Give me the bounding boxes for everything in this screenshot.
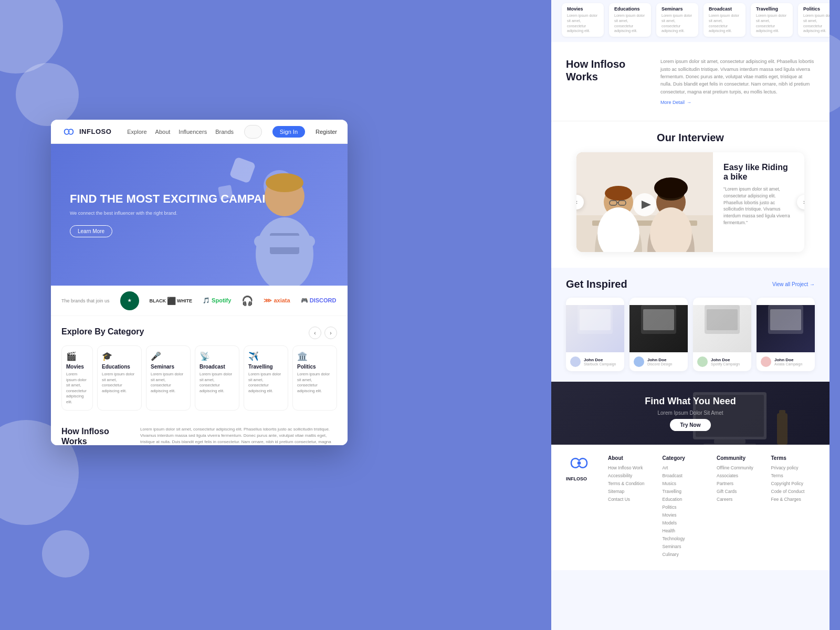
movies-name: Movies [66,364,88,370]
nav-about[interactable]: About [155,129,171,135]
strip-card-educations[interactable]: Educations Lorem ipsum dolor sit amet, c… [609,3,651,37]
category-card-seminars[interactable]: 🎤 Seminars Lorem ipsum dolor sit amet, c… [146,345,191,411]
project-image-2 [629,305,688,352]
educations-icon: 🎓 [102,351,137,361]
interview-image [576,152,713,252]
inspired-section: Get Inspired View all Project → John Doe… [551,268,830,382]
footer-terms-conduct[interactable]: Code of Conduct [771,489,815,494]
svg-point-29 [578,461,581,465]
footer-cat-musics[interactable]: Musics [663,481,707,486]
footer-link-accessibility[interactable]: Accessibility [608,473,652,478]
strip-broadcast-desc: Lorem ipsum dolor sit amet, consectetur … [709,13,740,34]
nav-influencers[interactable]: Influencers [178,129,207,135]
interview-illustration [576,152,713,252]
svg-point-19 [654,177,688,198]
footer-cat-culinary[interactable]: Culinary [663,552,707,557]
bg-blob-4 [42,530,89,578]
hero-cta-button[interactable]: Learn More [70,225,112,237]
nav-explore[interactable]: Explore [127,129,146,135]
footer-cat-movies[interactable]: Movies [663,512,707,518]
category-card-educations[interactable]: 🎓 Educations Lorem ipsum dolor sit amet,… [97,345,142,411]
interview-card: Easy like Riding a bike "Lorem ipsum dol… [576,152,804,252]
svg-point-0 [68,131,70,133]
strip-card-seminars[interactable]: Seminars Lorem ipsum dolor sit amet, con… [656,3,698,37]
project-info-4: John Doe Axiata Campaign [757,352,815,371]
category-prev-button[interactable]: ‹ [309,327,321,339]
category-card-politics[interactable]: 🏛️ Politics Lorem ipsum dolor sit amet, … [292,345,337,411]
travelling-icon: ✈️ [248,351,284,361]
strip-card-movies[interactable]: Movies Lorem ipsum dolor sit amet, conse… [562,3,604,37]
how-works-section-right: How Infloso Works Lorem ipsum dolor sit … [551,42,830,121]
broadcast-icon: 📡 [200,351,235,361]
strip-educations-name: Educations [614,6,646,12]
category-next-button[interactable]: › [324,327,337,339]
footer-category-title: Category [663,455,707,461]
footer-terms-privacy[interactable]: Privacy policy [771,465,815,470]
project-grid: John Doe Starbuck Campaign John Doe Disc… [566,298,815,371]
hero-section: FIND THE MOST EXCITING CAMPAIGN We conne… [51,144,348,286]
category-card-travelling[interactable]: ✈️ Travelling Lorem ipsum dolor sit amet… [244,345,288,411]
project-type-2: Discord Design [647,362,672,366]
find-section: Find What You Need Lorem Ipsum Dolor Sit… [551,382,830,445]
top-strip: Movies Lorem ipsum dolor sit amet, conse… [551,0,830,42]
footer-link-contact[interactable]: Contact Us [608,497,652,502]
project-info-3: John Doe Spotify Campaign [693,352,751,371]
axiata-logo: ⋙ axiata [264,297,290,304]
footer-link-terms-conditions[interactable]: Terms & Condition [608,481,652,486]
footer-comm-offline[interactable]: Offline Community [717,465,761,470]
politics-desc: Lorem ipsum dolor sit amet, consectetur … [297,372,332,394]
discord-logo: 🎮 DISCORD [301,297,337,304]
project-meta-4: John Doe Axiata Campaign [774,358,802,366]
register-button[interactable]: Register [316,129,337,135]
svg-rect-28 [779,410,785,415]
find-cta-button[interactable]: Try Now [670,419,711,431]
project-card-1[interactable]: John Doe Starbuck Campaign [566,298,624,371]
footer-comm-associates[interactable]: Associates [717,473,761,478]
footer-cat-health[interactable]: Health [663,528,707,533]
footer-comm-gift[interactable]: Gift Cards [717,489,761,494]
nav-search[interactable] [244,125,262,139]
category-nav-arrows: ‹ › [309,327,337,339]
footer-link-sitemap[interactable]: Sitemap [608,489,652,494]
footer-cat-travelling[interactable]: Travelling [663,489,707,494]
project-card-3[interactable]: John Doe Spotify Campaign [693,298,751,371]
how-works-content: Lorem ipsum dolor sit amet, consectetur … [140,426,337,445]
strip-card-broadcast[interactable]: Broadcast Lorem ipsum dolor sit amet, co… [704,3,746,37]
inspired-header: Get Inspired View all Project → [566,278,815,290]
interview-wrapper: Easy like Riding a bike "Lorem ipsum dol… [566,152,815,252]
strip-card-travelling[interactable]: Travelling Lorem ipsum dolor sit amet, c… [751,3,793,37]
footer-comm-careers[interactable]: Careers [717,497,761,502]
footer-terms-copyright[interactable]: Copyright Policy [771,481,815,486]
footer-terms-terms[interactable]: Terms [771,473,815,478]
footer-cat-broadcast[interactable]: Broadcast [663,473,707,478]
find-subtitle: Lorem Ipsum Dolor Sit Amet [657,410,723,416]
footer-link-how[interactable]: How Infloso Work [608,465,652,470]
nav-brands[interactable]: Brands [215,129,234,135]
footer-cat-politics[interactable]: Politics [663,505,707,510]
bg-blob-2 [16,63,79,126]
svg-point-3 [266,173,303,192]
strip-card-politics[interactable]: Politics Lorem ipsum dolor sit amet, con… [798,3,830,37]
project-info-1: John Doe Starbuck Campaign [566,352,624,371]
more-detail-right-link[interactable]: More Detail → [660,100,815,105]
seminars-icon: 🎤 [151,351,186,361]
footer-comm-partners[interactable]: Partners [717,481,761,486]
strip-movies-name: Movies [567,6,598,12]
hero-person [232,149,337,286]
footer-logo-icon [566,455,592,471]
footer-cat-education[interactable]: Education [663,497,707,502]
project-card-4[interactable]: John Doe Axiata Campaign [757,298,815,371]
footer-cat-seminars[interactable]: Seminars [663,544,707,549]
project-card-2[interactable]: John Doe Discord Design [629,298,688,371]
project-meta-2: John Doe Discord Design [647,358,672,366]
footer-cat-models[interactable]: Models [663,520,707,526]
category-card-partial[interactable]: 🎬 Movies Lorem ipsum dolor sit amet, con… [61,345,93,411]
signin-button[interactable]: Sign In [272,126,305,138]
footer-cat-art[interactable]: Art [663,465,707,470]
footer-cat-technology[interactable]: Technology [663,536,707,541]
category-card-broadcast[interactable]: 📡 Broadcast Lorem ipsum dolor sit amet, … [195,345,239,411]
view-all-button[interactable]: View all Project → [772,281,815,287]
explore-title: Explore By Category [61,327,144,337]
left-browser: INFLOSO Explore About Influencers Brands… [51,120,348,445]
footer-terms-fee[interactable]: Fee & Charges [771,497,815,502]
